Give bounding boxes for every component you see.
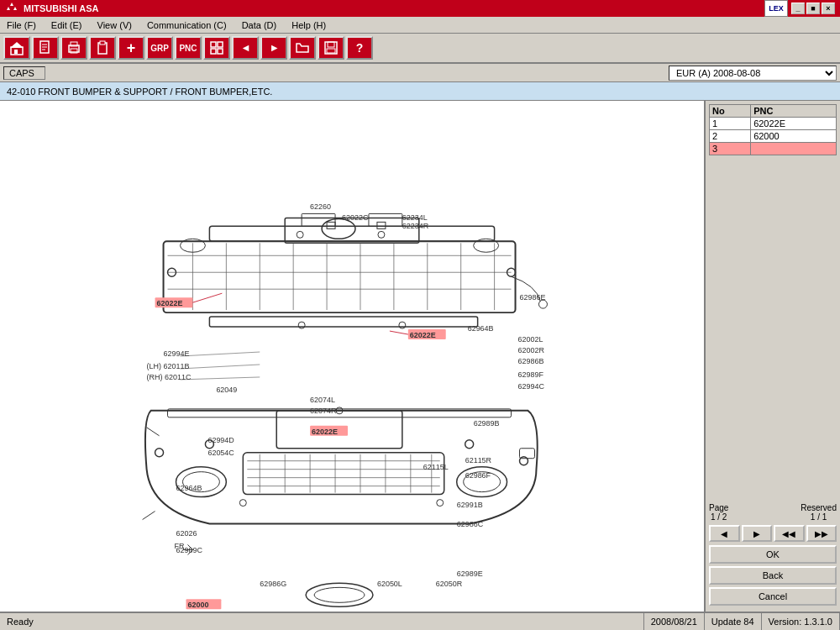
title-bar: MITSUBISHI ASA LEX _ ■ × (0, 0, 840, 17)
menu-bar: File (F) Edit (E) View (V) Communication… (0, 17, 840, 34)
svg-text:62260: 62260 (310, 202, 331, 211)
svg-rect-21 (327, 49, 335, 53)
menu-data[interactable]: Data (D) (239, 19, 281, 31)
svg-text:62989B: 62989B (474, 419, 500, 428)
svg-marker-2 (13, 7, 17, 10)
nav-area: Page 1 / 2 Reserved 1 / 1 ◀ ▶ ◀◀ ▶▶ OK B… (709, 503, 837, 608)
svg-text:62050R: 62050R (436, 580, 463, 588)
svg-rect-20 (328, 42, 334, 47)
close-button[interactable]: × (822, 3, 835, 14)
minimize-button[interactable]: _ (791, 3, 805, 14)
table-row-selected[interactable]: 3 (710, 143, 837, 155)
cancel-button[interactable]: Cancel (709, 587, 837, 606)
back-button[interactable]: Back (709, 566, 837, 585)
document-button[interactable] (32, 36, 59, 60)
row2-no: 2 (710, 130, 751, 143)
svg-text:(RH) 62011C: (RH) 62011C (147, 373, 192, 381)
svg-rect-45 (209, 317, 477, 327)
status-bar: Ready 2008/08/21 Update 84 Version: 1.3.… (0, 612, 840, 630)
table-row[interactable]: 1 62022E (710, 118, 837, 130)
row3-pnc (751, 143, 837, 155)
svg-text:62000: 62000 (187, 601, 208, 609)
next-button[interactable]: ▶ (260, 36, 287, 60)
grp-button[interactable]: GRP (146, 36, 173, 60)
save-button[interactable] (318, 36, 344, 60)
status-version: Version: 1.3.1.0 (762, 613, 840, 630)
svg-point-129 (306, 583, 373, 606)
parts-table: No PNC 1 62022E 2 62000 3 (709, 104, 837, 155)
col-no: No (710, 105, 751, 118)
caps-label: CAPS (3, 66, 45, 80)
menu-help[interactable]: Help (H) (288, 19, 329, 31)
page-info: Page 1 / 2 Reserved 1 / 1 (709, 503, 837, 522)
svg-text:62994D: 62994D (207, 436, 234, 444)
diagram-area: FR 62260 62022C 62234L 62234R 62022E 620… (0, 101, 706, 612)
svg-point-78 (155, 449, 164, 457)
window-controls[interactable]: _ ■ × (791, 3, 835, 14)
svg-text:62989E: 62989E (457, 570, 483, 578)
row3-no: 3 (710, 143, 751, 155)
svg-text:62115L: 62115L (423, 463, 449, 471)
page-title: 42-010 FRONT BUMPER & SUPPORT / FRONT BU… (0, 82, 840, 101)
right-panel: No PNC 1 62022E 2 62000 3 (706, 101, 840, 612)
menu-edit[interactable]: Edit (E) (48, 19, 86, 31)
svg-text:62991B: 62991B (457, 501, 483, 509)
svg-text:62022E: 62022E (410, 331, 436, 339)
table-row[interactable]: 2 62000 (710, 130, 837, 143)
menu-view[interactable]: View (V) (94, 19, 135, 31)
page-value: 1 / 2 (711, 512, 727, 522)
reserved-group: Reserved 1 / 1 (801, 503, 837, 522)
add-button[interactable]: + (118, 36, 144, 60)
page-label: Page (709, 503, 728, 512)
svg-text:62994C: 62994C (518, 382, 545, 391)
grid-button[interactable] (203, 36, 230, 60)
menu-file[interactable]: File (F) (3, 19, 39, 31)
svg-text:62964B: 62964B (468, 324, 494, 333)
next-section-button[interactable]: ▶▶ (806, 525, 837, 542)
svg-line-136 (180, 377, 260, 380)
svg-text:62074L: 62074L (310, 396, 335, 404)
first-page-button[interactable]: ◀ (709, 525, 740, 542)
svg-line-135 (180, 365, 260, 369)
status-date: 2008/08/21 (644, 613, 705, 630)
reserved-label: Reserved (801, 503, 837, 512)
svg-line-80 (147, 428, 160, 436)
svg-marker-4 (10, 42, 24, 48)
menu-communication[interactable]: Communication (C) (144, 19, 230, 31)
svg-marker-1 (7, 7, 10, 10)
svg-text:62989F: 62989F (518, 370, 544, 379)
parts-diagram: FR 62260 62022C 62234L 62234R 62022E 620… (0, 101, 704, 612)
svg-text:62022C: 62022C (342, 213, 369, 222)
main-content: FR 62260 62022C 62234L 62234R 62022E 620… (0, 101, 840, 612)
svg-text:62986G: 62986G (260, 580, 286, 588)
next-page-button[interactable]: ▶ (742, 525, 773, 542)
prev-section-button[interactable]: ◀◀ (774, 525, 805, 542)
clipboard-button[interactable] (89, 36, 116, 60)
help-button[interactable]: ? (346, 36, 373, 60)
restore-button[interactable]: ■ (806, 3, 820, 14)
pnc-button[interactable]: PNC (175, 36, 202, 60)
svg-rect-15 (211, 42, 216, 47)
svg-rect-26 (164, 241, 516, 312)
svg-point-51 (298, 322, 305, 328)
svg-line-89 (192, 293, 222, 302)
row2-pnc: 62000 (751, 130, 837, 143)
svg-line-134 (180, 352, 260, 356)
prev-button[interactable]: ◀ (232, 36, 259, 60)
home-button[interactable] (3, 36, 30, 60)
svg-line-92 (390, 331, 408, 334)
svg-point-50 (399, 322, 406, 328)
row1-pnc: 62022E (751, 118, 837, 130)
folder-button[interactable] (289, 36, 316, 60)
svg-point-74 (239, 500, 246, 507)
region-select[interactable]: EUR (A) 2008-08-08 (669, 66, 837, 81)
svg-text:62986F: 62986F (465, 471, 491, 480)
svg-text:62989C: 62989C (176, 546, 203, 554)
svg-rect-5 (14, 50, 18, 54)
svg-text:62022E: 62022E (312, 428, 338, 436)
print-button[interactable] (60, 36, 87, 60)
ok-button[interactable]: OK (709, 545, 837, 564)
svg-point-66 (176, 467, 227, 497)
svg-line-81 (143, 512, 155, 520)
address-bar: CAPS EUR (A) 2008-08-08 (0, 64, 840, 82)
